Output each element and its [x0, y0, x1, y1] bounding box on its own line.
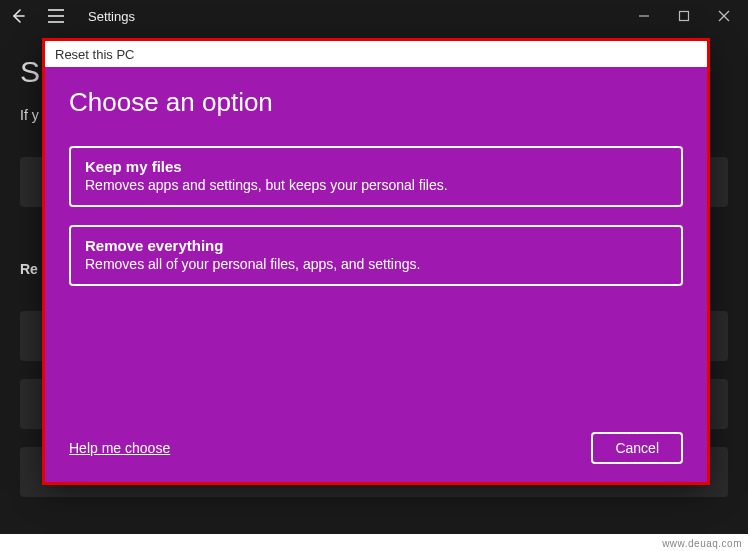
close-icon — [718, 10, 730, 22]
watermark: www.deuaq.com — [662, 538, 742, 549]
svg-rect-5 — [680, 12, 689, 21]
settings-window: Settings S If y Re — [0, 0, 748, 534]
close-button[interactable] — [714, 6, 734, 26]
title-bar: Settings — [0, 0, 748, 32]
dialog-titlebar: Reset this PC — [45, 41, 707, 67]
option-description: Removes apps and settings, but keeps you… — [85, 177, 667, 193]
help-me-choose-link[interactable]: Help me choose — [69, 440, 170, 456]
option-description: Removes all of your personal files, apps… — [85, 256, 667, 272]
dialog-heading: Choose an option — [69, 87, 683, 118]
hamburger-menu-button[interactable] — [44, 4, 68, 28]
option-title: Remove everything — [85, 237, 667, 254]
arrow-left-icon — [10, 8, 26, 24]
maximize-button[interactable] — [674, 6, 694, 26]
option-keep-my-files[interactable]: Keep my files Removes apps and settings,… — [69, 146, 683, 207]
title-bar-left: Settings — [6, 4, 135, 28]
back-button[interactable] — [6, 4, 30, 28]
window-controls — [634, 6, 744, 26]
cancel-button[interactable]: Cancel — [591, 432, 683, 464]
maximize-icon — [678, 10, 690, 22]
option-title: Keep my files — [85, 158, 667, 175]
dialog-body: Choose an option Keep my files Removes a… — [45, 67, 707, 482]
dialog-footer: Help me choose Cancel — [69, 432, 683, 464]
minimize-button[interactable] — [634, 6, 654, 26]
minimize-icon — [638, 10, 650, 22]
option-remove-everything[interactable]: Remove everything Removes all of your pe… — [69, 225, 683, 286]
reset-dialog: Reset this PC Choose an option Keep my f… — [45, 41, 707, 482]
app-title: Settings — [88, 9, 135, 24]
hamburger-icon — [47, 9, 65, 23]
